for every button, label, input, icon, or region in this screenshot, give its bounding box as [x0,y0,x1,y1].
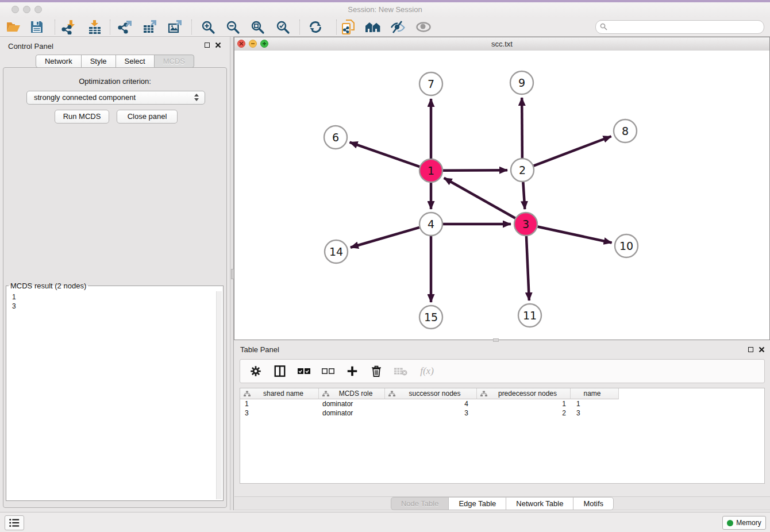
deselect-all-icon[interactable] [321,364,336,379]
mcds-result-title: MCDS result (2 nodes) [9,282,88,290]
column-header-name[interactable]: name [571,388,619,399]
edge-1-2[interactable] [443,170,507,171]
table-cell[interactable]: 1 [571,399,619,408]
network-window-titlebar[interactable]: scc.txt [234,37,769,51]
memory-button[interactable]: Memory [722,516,766,530]
edge-3-11[interactable] [526,236,529,300]
table-cell[interactable]: 1 [477,399,571,408]
graph-node-11[interactable]: 11 [518,304,541,327]
zoom-out-icon[interactable] [222,18,243,36]
table-cell[interactable]: 3 [571,408,619,418]
result-scrollbar[interactable] [216,291,222,499]
tab-network-table[interactable]: Network Table [506,497,573,510]
search-box[interactable] [595,20,764,34]
export-image-icon[interactable] [165,18,186,36]
edge-3-10[interactable] [538,226,612,242]
network-graph[interactable]: 1234678910111415 [234,51,769,340]
duplicate-network-icon[interactable] [338,18,359,36]
export-network-icon[interactable] [115,18,136,36]
status-bar: Memory [0,512,770,532]
main-toolbar [0,17,770,37]
show-columns-icon[interactable] [272,364,287,379]
control-panel-tabs: NetworkStyleSelectMCDS [0,55,230,68]
edge-4-14[interactable] [351,228,419,248]
table-cell[interactable]: 3 [385,408,477,418]
zoom-in-icon[interactable] [198,18,218,36]
column-header-MCDS-role[interactable]: MCDS role [319,388,385,399]
graph-node-4[interactable]: 4 [419,213,442,236]
table-settings-icon[interactable] [248,364,263,379]
close-table-panel-icon[interactable] [759,346,765,353]
hide-details-icon[interactable] [387,18,408,36]
table-cell[interactable]: 4 [385,399,477,408]
table-cell[interactable]: 1 [240,399,319,408]
close-panel-button[interactable]: Close panel [117,110,178,124]
float-table-panel-icon[interactable] [748,347,753,352]
graph-node-9[interactable]: 9 [510,71,533,94]
graph-node-1[interactable]: 1 [419,159,442,182]
table-cell[interactable]: 2 [477,408,571,418]
column-header-shared-name[interactable]: shared name [240,388,319,399]
network-canvas[interactable]: 1234678910111415 [234,51,769,340]
tab-edge-table[interactable]: Edge Table [448,497,506,510]
select-all-icon[interactable] [297,364,311,379]
tab-mcds[interactable]: MCDS [154,55,194,68]
table-panel-title: Table Panel [240,345,279,354]
memory-status-icon [727,520,733,526]
import-table-icon[interactable] [84,18,105,36]
table-row[interactable]: 1dominator411 [240,399,764,408]
graph-node-10[interactable]: 10 [615,234,638,257]
horizontal-splitter-handle[interactable] [493,338,499,342]
refresh-layout-icon[interactable] [305,18,326,36]
mcds-panel: Optimization criterion: strongly connect… [3,67,227,508]
graph-node-2[interactable]: 2 [511,159,534,182]
close-panel-icon[interactable] [215,42,221,48]
table-row[interactable]: 3dominator323 [240,408,764,418]
edge-1-6[interactable] [350,142,420,167]
column-header-successor-nodes[interactable]: successor nodes [385,388,477,399]
zoom-fit-icon[interactable] [247,18,268,36]
table-cell[interactable]: 3 [240,408,319,418]
table-panel: Table Panel [234,342,770,510]
vertical-splitter[interactable] [230,37,234,510]
tab-motifs[interactable]: Motifs [573,497,614,510]
delete-column-icon[interactable] [369,364,384,379]
network-overview-icon[interactable] [363,18,383,36]
column-header-predecessor-nodes[interactable]: predecessor nodes [477,388,571,399]
tab-network[interactable]: Network [36,55,82,68]
mcds-result-text[interactable]: 1 3 [7,291,216,499]
create-column-icon[interactable] [345,364,360,379]
table-cell[interactable]: dominator [319,399,385,408]
mcds-result-group: MCDS result (2 nodes) 1 3 [6,282,224,501]
graph-node-3[interactable]: 3 [514,213,537,236]
import-network-icon[interactable] [59,18,79,36]
node-table[interactable]: shared nameMCDS rolesuccessor nodesprede… [240,388,765,484]
graph-node-7[interactable]: 7 [419,72,442,95]
graph-node-6[interactable]: 6 [324,126,347,149]
search-input[interactable] [611,21,757,33]
run-mcds-button[interactable]: Run MCDS [55,110,109,124]
task-history-button[interactable] [5,515,24,530]
edge-3-1[interactable] [444,178,515,218]
tab-select[interactable]: Select [116,55,155,68]
window-title: Session: New Session [0,5,770,14]
edge-2-9[interactable] [522,98,522,158]
open-session-icon[interactable] [3,18,24,36]
optimization-criterion-select[interactable]: strongly connected component [26,91,205,105]
graph-node-8[interactable]: 8 [614,119,637,142]
delete-table-icon [393,364,408,379]
edge-2-8[interactable] [534,136,611,165]
export-table-icon[interactable] [140,18,160,36]
graph-node-15[interactable]: 15 [419,306,442,329]
control-panel-title: Control Panel [8,42,53,51]
save-session-icon[interactable] [26,18,47,36]
edge-2-3[interactable] [523,182,525,209]
tab-style[interactable]: Style [81,55,116,68]
table-cell[interactable]: dominator [319,408,385,418]
graph-node-14[interactable]: 14 [325,240,348,263]
title-bar[interactable]: Session: New Session [0,2,770,17]
float-panel-icon[interactable] [205,43,210,48]
show-details-icon[interactable] [413,18,434,36]
tab-node-table[interactable]: Node Table [391,497,449,510]
zoom-selected-icon[interactable] [272,18,293,36]
